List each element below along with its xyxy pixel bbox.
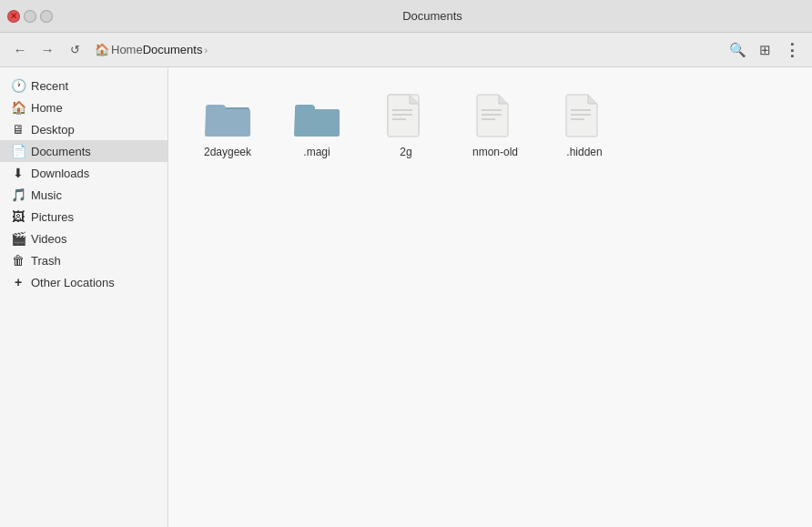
titlebar: ✕ Documents [0, 0, 812, 33]
file-item-nmon-old[interactable]: nmon-old [454, 86, 536, 166]
window-title: Documents [60, 9, 805, 23]
sidebar-item-trash[interactable]: 🗑 Trash [0, 249, 167, 271]
toolbar-actions: 🔍 ⊞ ⋮ [725, 37, 805, 63]
desktop-icon: 🖥 [11, 122, 25, 137]
sidebar-item-downloads[interactable]: ⬇ Downloads [0, 162, 167, 184]
close-button[interactable]: ✕ [7, 10, 20, 23]
music-icon: 🎵 [11, 187, 25, 202]
home-icon: 🏠 [11, 100, 25, 115]
file-item-magi[interactable]: .magi [276, 86, 358, 166]
trash-icon: 🗑 [11, 253, 25, 268]
doc-icon-nmon-old [472, 93, 519, 140]
sidebar-item-home[interactable]: 🏠 Home [0, 96, 167, 118]
folder-icon-2daygeek [204, 93, 251, 140]
maximize-button[interactable] [40, 10, 53, 23]
recent-icon: 🕐 [11, 78, 25, 93]
sidebar-label-desktop: Desktop [31, 123, 75, 137]
downloads-icon: ⬇ [11, 166, 25, 180]
nav-buttons: ← → ↺ [7, 37, 87, 63]
file-label-nmon-old: nmon-old [472, 146, 518, 158]
other-locations-icon: + [11, 275, 25, 289]
doc-icon-hidden [561, 93, 608, 140]
sidebar-label-pictures: Pictures [31, 210, 74, 224]
folder-icon-magi [293, 93, 340, 140]
home-icon: 🏠 [95, 43, 109, 56]
sidebar-label-trash: Trash [31, 254, 61, 268]
sidebar: 🕐 Recent 🏠 Home 🖥 Desktop 📄 Documents ⬇ … [0, 67, 168, 527]
sidebar-item-pictures[interactable]: 🖼 Pictures [0, 206, 167, 228]
breadcrumb-trailing-arrow: › [204, 45, 208, 56]
pictures-icon: 🖼 [11, 209, 25, 224]
breadcrumb-home-link[interactable]: Home [111, 43, 143, 56]
sidebar-item-music[interactable]: 🎵 Music [0, 184, 167, 206]
sidebar-label-videos: Videos [31, 232, 67, 246]
sidebar-item-videos[interactable]: 🎬 Videos [0, 228, 167, 249]
window-controls: ✕ [7, 10, 53, 23]
sidebar-label-downloads: Downloads [31, 167, 89, 180]
main-layout: 🕐 Recent 🏠 Home 🖥 Desktop 📄 Documents ⬇ … [0, 67, 812, 527]
sidebar-item-desktop[interactable]: 🖥 Desktop [0, 118, 167, 140]
sidebar-item-recent[interactable]: 🕐 Recent [0, 75, 167, 96]
documents-icon: 📄 [11, 144, 25, 158]
search-button[interactable]: 🔍 [725, 37, 750, 63]
content-area: 2daygeek .magi [168, 67, 812, 527]
videos-icon: 🎬 [11, 231, 25, 246]
doc-icon-2g [382, 93, 430, 140]
menu-button[interactable]: ⋮ [779, 37, 805, 63]
file-label-2daygeek: 2daygeek [204, 146, 251, 158]
sidebar-label-other-locations: Other Locations [31, 276, 115, 289]
file-item-2g[interactable]: 2g [365, 86, 447, 166]
breadcrumb: 🏠 Home Documents › [95, 43, 209, 56]
file-label-magi: .magi [303, 146, 330, 158]
forward-button[interactable]: → [35, 37, 60, 63]
sidebar-label-documents: Documents [31, 145, 91, 158]
sidebar-item-documents[interactable]: 📄 Documents [0, 140, 167, 162]
sidebar-label-recent: Recent [31, 79, 68, 93]
file-grid: 2daygeek .magi [187, 86, 794, 166]
view-toggle-button[interactable]: ⊞ [752, 37, 777, 63]
file-item-2daygeek[interactable]: 2daygeek [187, 86, 269, 166]
sidebar-label-music: Music [31, 188, 62, 202]
sidebar-item-other-locations[interactable]: + Other Locations [0, 271, 167, 293]
file-label-2g: 2g [400, 146, 411, 158]
file-label-hidden: .hidden [566, 146, 602, 158]
minimize-button[interactable] [24, 10, 36, 23]
reload-button[interactable]: ↺ [62, 37, 87, 63]
sidebar-label-home: Home [31, 101, 63, 115]
toolbar: ← → ↺ 🏠 Home Documents › 🔍 ⊞ ⋮ [0, 33, 812, 67]
back-button[interactable]: ← [7, 37, 33, 63]
file-item-hidden[interactable]: .hidden [543, 86, 625, 166]
breadcrumb-current: Documents [143, 43, 203, 56]
